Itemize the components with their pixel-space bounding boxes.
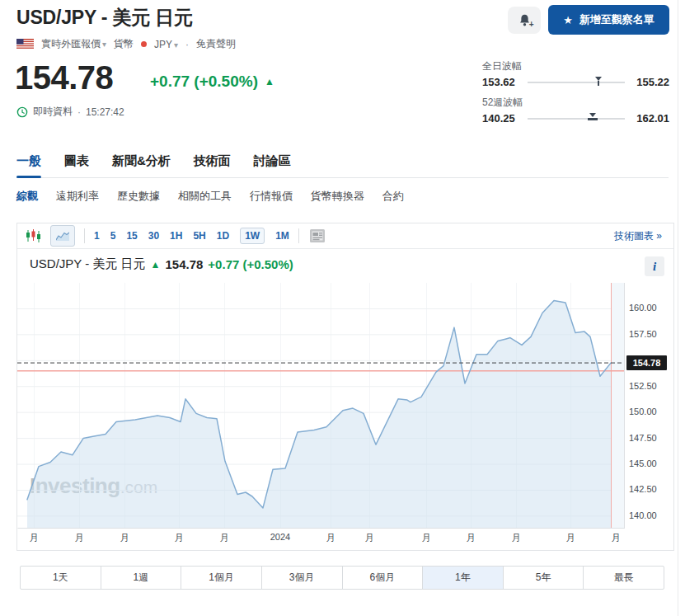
divider	[298, 228, 299, 243]
period-button-0[interactable]: 1天	[21, 567, 101, 589]
subtab-6[interactable]: 合約	[382, 189, 404, 204]
y-axis-label: 145.00	[629, 458, 672, 468]
52wk-range-slider	[528, 113, 625, 125]
chart-widget: 1515301H5H1D1W1M 技術圖表 » USD/JPY - 美元 日元 …	[16, 223, 674, 551]
timeframe-1D[interactable]: 1D	[217, 230, 229, 242]
y-axis-label: 152.50	[629, 381, 672, 391]
tab-2[interactable]: 新聞&分析	[112, 153, 171, 177]
tab-4[interactable]: 討論區	[254, 153, 291, 177]
x-axis-label: 月	[599, 532, 632, 544]
area-chart-icon[interactable]	[50, 225, 75, 247]
price-change: +0.77 (+0.50%) ▲	[150, 73, 274, 91]
category-link[interactable]: 貨幣	[114, 37, 134, 51]
x-axis-label: 月	[63, 532, 96, 544]
daily-range-marker	[594, 77, 603, 86]
period-button-1[interactable]: 1週	[101, 567, 181, 589]
x-axis-label: 月	[554, 532, 587, 544]
main-tabs: 一般圖表新聞&分析技術面討論區	[16, 153, 669, 178]
watchlist-button-label: 新增至觀察名單	[579, 12, 655, 27]
timeframe-30[interactable]: 30	[148, 230, 159, 242]
y-axis-label: 160.00	[629, 303, 672, 313]
separator: ·	[77, 106, 81, 118]
up-triangle-icon: ▲	[151, 259, 161, 270]
star-icon: ★	[563, 15, 573, 26]
bell-add-icon: +	[518, 13, 532, 27]
scrollbar-track	[678, 0, 678, 616]
tab-1[interactable]: 圖表	[64, 153, 89, 177]
subtab-0[interactable]: 綜觀	[16, 189, 38, 204]
disclaimer-link[interactable]: 免責聲明	[196, 37, 236, 51]
period-selector: 1天1週1個月3個月6個月1年5年最長	[20, 566, 664, 590]
x-axis-label: 月	[208, 532, 241, 544]
us-flag-icon	[16, 39, 34, 49]
quote-type-dropdown[interactable]: 實時外匯報價▾	[41, 37, 106, 51]
timeframe-1H[interactable]: 1H	[170, 230, 182, 242]
y-axis-label: 140.00	[629, 510, 672, 520]
period-button-7[interactable]: 最長	[583, 567, 664, 589]
chart-plot-area[interactable]	[17, 283, 625, 529]
sub-tabs: 綜觀遠期利率歷史數據相關的工具行情報價貨幣轉換器合約	[16, 189, 404, 204]
divider	[84, 228, 85, 243]
candlestick-chart-icon[interactable]	[26, 228, 41, 243]
timeframe-5[interactable]: 5	[110, 230, 116, 242]
breadcrumb: 實時外匯報價▾ 貨幣 JPY▾ · 免責聲明	[16, 37, 236, 51]
timeframe-1[interactable]: 1	[94, 230, 100, 242]
x-axis-label: 月	[314, 532, 347, 544]
news-layout-icon[interactable]	[308, 228, 326, 243]
change-value: +0.77 (+0.50%)	[150, 73, 258, 91]
y-axis-label: 147.50	[629, 433, 672, 443]
52wk-range-high: 162.01	[631, 112, 669, 125]
timeframe-1M[interactable]: 1M	[275, 230, 289, 242]
x-axis-label: 月	[17, 532, 50, 544]
up-triangle-icon: ▲	[265, 76, 274, 87]
period-button-2[interactable]: 1個月	[181, 567, 261, 589]
add-to-watchlist-button[interactable]: ★ 新增至觀察名單	[548, 5, 669, 35]
subtab-3[interactable]: 相關的工具	[178, 189, 232, 204]
y-axis-label: 142.50	[629, 484, 672, 494]
status-label: 即時資料	[33, 105, 73, 119]
chart-symbol: USD/JPY - 美元 日元	[30, 256, 146, 272]
quote-time: 15:27:42	[86, 106, 124, 118]
52wk-range-low: 140.25	[482, 112, 521, 125]
timeframe-5H[interactable]: 5H	[193, 230, 205, 242]
info-icon[interactable]: i	[645, 256, 664, 276]
period-button-6[interactable]: 5年	[503, 567, 584, 589]
page-title: USD/JPY - 美元 日元	[16, 5, 193, 31]
future-strip	[611, 283, 624, 528]
subtab-4[interactable]: 行情報價	[250, 189, 293, 204]
x-axis-label: 月	[500, 532, 533, 544]
52wk-range-marker	[588, 113, 598, 120]
technical-chart-link[interactable]: 技術圖表 »	[614, 229, 662, 243]
x-axis-label: 月	[108, 532, 141, 544]
period-button-3[interactable]: 3個月	[261, 567, 342, 589]
currency-dropdown[interactable]: JPY▾	[154, 39, 178, 50]
x-axis-label: 月	[410, 532, 443, 544]
chart-toolbar: 1515301H5H1D1W1M 技術圖表 »	[17, 223, 673, 249]
daily-range-slider	[528, 77, 625, 88]
tab-3[interactable]: 技術面	[194, 153, 231, 177]
period-button-4[interactable]: 6個月	[342, 567, 423, 589]
52wk-range: 140.25 162.01	[482, 112, 669, 125]
chart-title: USD/JPY - 美元 日元 ▲ 154.78 +0.77 (+0.50%)	[30, 256, 293, 272]
chart-change: +0.77 (+0.50%)	[208, 257, 293, 271]
period-button-5[interactable]: 1年	[422, 567, 503, 589]
chevron-down-icon: ▾	[174, 40, 178, 49]
last-price: 154.78	[15, 59, 113, 96]
tab-0[interactable]: 一般	[16, 153, 41, 177]
subtab-2[interactable]: 歷史數據	[117, 189, 160, 204]
quote-status: 即時資料 · 15:27:42	[16, 105, 124, 119]
timeframe-15[interactable]: 15	[126, 230, 137, 242]
52wk-range-label: 52週波幅	[482, 96, 669, 110]
x-axis-label: 月	[454, 532, 487, 544]
clock-icon	[16, 106, 28, 118]
subtab-1[interactable]: 遠期利率	[56, 189, 99, 204]
separator: ·	[185, 39, 189, 50]
current-price-badge: 154.78	[626, 355, 667, 370]
create-alert-button[interactable]: +	[508, 7, 541, 34]
x-axis-label: 月	[162, 532, 195, 544]
subtab-5[interactable]: 貨幣轉換器	[311, 189, 364, 204]
chart-price: 154.78	[165, 257, 203, 271]
daily-range-label: 全日波幅	[482, 59, 669, 73]
timeframe-1W[interactable]: 1W	[240, 228, 265, 244]
chevron-down-icon: ▾	[102, 40, 106, 49]
